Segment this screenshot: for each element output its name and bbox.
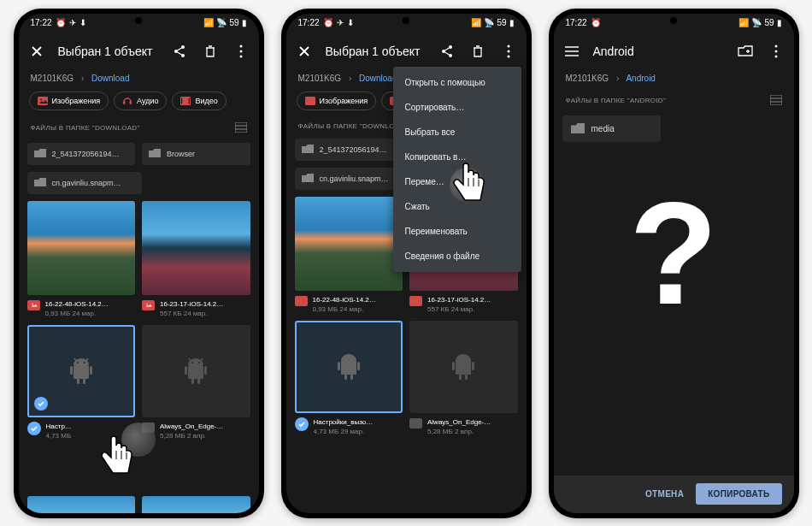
image-thumbnail[interactable] [27,201,136,295]
android-type-icon [409,418,422,428]
menu-open-with[interactable]: Открыть с помощью [393,70,521,95]
more-icon[interactable] [499,42,518,61]
image-thumbnail[interactable] [295,197,403,291]
check-icon [34,397,48,411]
app-item-selected[interactable]: Настр… 4,73 МБ [27,325,136,440]
context-menu: Открыть с помощью Сортировать… Выбрать в… [393,67,521,272]
close-icon[interactable] [295,42,314,61]
image-item[interactable]: 16-22-48-iOS-14.2… 0,93 МБ 24 мар. [295,197,403,314]
chip-images[interactable]: Изображения [29,92,109,110]
image-type-icon [142,300,155,310]
menu-copy-to[interactable]: Копировать в… [393,145,521,169]
svg-rect-9 [130,101,132,104]
folder-item[interactable]: cn.gavinliu.snapm… [27,172,143,194]
app-item-selected[interactable]: Настройки_вызо… 4,73 МБ 29 мар. [295,321,403,436]
chip-images[interactable]: Изображения [297,92,377,110]
alarm-icon: ⏰ [56,18,66,27]
svg-rect-20 [90,366,92,375]
cancel-button[interactable]: ОТМЕНА [645,489,684,499]
share-icon[interactable] [170,42,189,61]
svg-point-4 [239,50,242,52]
check-icon [27,422,41,435]
image-type-icon [27,300,40,310]
svg-rect-8 [123,101,126,104]
svg-point-60 [774,50,777,52]
menu-details[interactable]: Сведения о файле [393,244,521,269]
battery-pct: 59 [497,18,506,27]
more-icon[interactable] [232,42,250,61]
close-icon[interactable] [27,42,46,61]
view-toggle-icon[interactable] [235,122,247,134]
svg-point-7 [40,98,42,100]
delete-icon[interactable] [201,42,220,61]
svg-point-24 [84,362,85,363]
svg-rect-43 [338,362,340,370]
battery-icon: ▮ [509,18,515,27]
signal-icon: 📶 [471,18,481,27]
folder-item[interactable]: 2_541372056194… [27,143,136,165]
chip-audio[interactable]: Аудио [114,92,167,110]
svg-rect-27 [204,366,207,375]
breadcrumb[interactable]: M2101K6G › Download [19,70,259,92]
copy-button[interactable]: КОПИРОВАТЬ [696,483,781,505]
battery-pct: 59 [229,18,238,27]
image-type-icon [409,296,422,306]
notif-icon: ⬇ [347,18,354,27]
image-item[interactable]: 16-22-48-iOS-14.2… 0,93 МБ 24 мар. [27,201,136,318]
headphones-icon [122,96,132,106]
svg-point-40 [507,55,509,57]
breadcrumb-current[interactable]: Download [91,74,129,83]
view-toggle-icon[interactable] [770,95,782,107]
wifi-icon: 📡 [751,18,762,27]
status-bar: 17:22 ⏰ ✈ ⬇ 📶 📡 59 ▮ [19,14,259,33]
signal-icon: 📶 [738,18,749,27]
breadcrumb[interactable]: M2101K6G › Android [554,70,794,92]
section-header: ФАЙЛЫ В ПАПКЕ "DOWNLOAD" [19,119,259,143]
menu-rename[interactable]: Переименовать [393,219,521,244]
share-icon[interactable] [438,42,456,61]
app-thumbnail[interactable] [142,325,250,417]
folder-icon [149,149,161,159]
image-item[interactable]: 16-23-17-iOS-14.2… 557 КБ 24 мар. [142,201,250,318]
section-header: ФАЙЛЫ В ПАПКЕ "ANDROID" [554,92,794,115]
folder-item[interactable]: Browser [142,143,250,165]
app-thumbnail[interactable] [295,321,403,413]
breadcrumb-current[interactable]: Android [626,74,655,83]
svg-rect-19 [70,366,73,375]
svg-rect-28 [191,378,194,384]
more-icon[interactable] [767,42,786,61]
svg-point-16 [32,304,32,304]
svg-point-17 [146,304,147,304]
app-item[interactable]: Always_On_Edge-… 5,28 МБ 2 апр. [409,321,518,436]
svg-point-23 [77,362,79,363]
app-thumbnail[interactable] [409,321,518,413]
folder-icon [34,178,46,188]
breadcrumb-current[interactable]: Download [359,74,397,83]
image-thumbnail[interactable] [142,201,250,295]
svg-point-31 [198,362,200,363]
status-bar: 17:22 ⏰ ✈ ⬇ 📶 📡 59 ▮ [286,14,527,33]
folder-media[interactable]: media [562,115,661,142]
folder-icon [571,123,585,134]
breadcrumb-root[interactable]: M2101K6G [298,74,342,83]
svg-rect-21 [77,378,79,384]
svg-rect-22 [83,378,85,384]
app-thumbnail[interactable] [27,325,136,417]
svg-rect-46 [350,374,353,380]
new-folder-icon[interactable] [736,42,755,61]
svg-point-61 [774,55,777,57]
partial-row [27,496,250,513]
breadcrumb-root[interactable]: M2101K6G [566,74,609,83]
android-icon [68,357,94,386]
svg-point-59 [774,44,777,47]
svg-rect-48 [472,362,474,370]
chip-video[interactable]: Видео [172,92,226,110]
svg-rect-18 [74,365,89,379]
menu-sort[interactable]: Сортировать… [393,95,521,120]
breadcrumb-root[interactable]: M2101K6G [31,74,74,83]
menu-icon[interactable] [562,42,581,61]
delete-icon[interactable] [468,42,487,61]
menu-select-all[interactable]: Выбрать все [393,120,521,145]
svg-rect-62 [770,95,782,105]
app-item[interactable]: Always_On_Edge-… 5,28 МБ 2 апр. [142,325,250,440]
